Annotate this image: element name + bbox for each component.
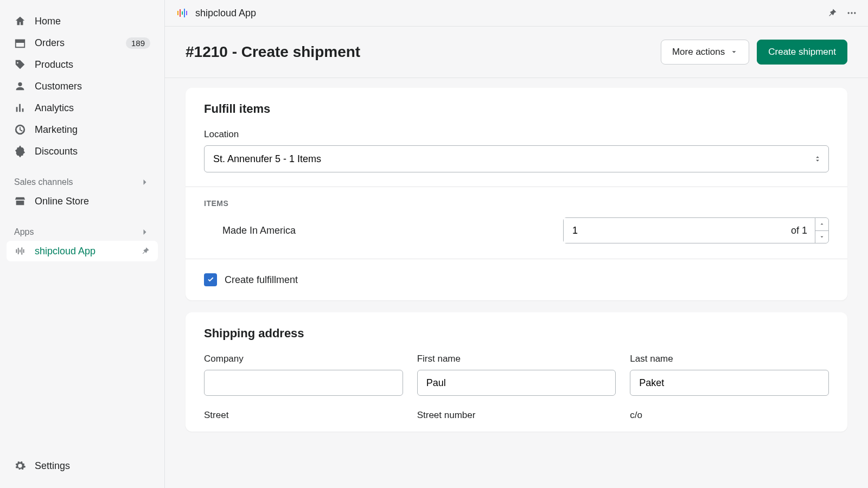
- pin-icon[interactable]: [141, 246, 150, 256]
- analytics-icon: [14, 102, 26, 114]
- nav-analytics[interactable]: Analytics: [7, 98, 158, 118]
- customers-icon: [14, 80, 26, 92]
- nav-label: Home: [35, 16, 150, 27]
- apps-title: Apps: [14, 227, 34, 237]
- nav-products[interactable]: Products: [7, 54, 158, 75]
- shipping-address-card: Shipping address Company First name Last…: [186, 312, 847, 432]
- street-number-label: Street number: [417, 410, 616, 421]
- caret-down-icon: [730, 48, 738, 56]
- check-icon: [206, 275, 215, 284]
- apps-header[interactable]: Apps: [0, 221, 164, 241]
- create-shipment-label: Create shipment: [768, 47, 836, 57]
- item-name: Made In America: [204, 225, 552, 236]
- quantity-box: of 1: [563, 217, 829, 243]
- nav-discounts[interactable]: Discounts: [7, 141, 158, 162]
- street-label: Street: [204, 410, 403, 421]
- shipping-address-title: Shipping address: [204, 326, 829, 341]
- settings-label: Settings: [35, 460, 150, 472]
- nav-customers[interactable]: Customers: [7, 76, 158, 97]
- nav-label: Customers: [35, 81, 150, 92]
- marketing-icon: [14, 124, 26, 136]
- shipcloud-icon: [176, 7, 189, 20]
- main: shipcloud App #1210 - Create shipment Mo…: [164, 0, 868, 488]
- location-label: Location: [204, 129, 829, 140]
- nav-orders[interactable]: Orders 189: [7, 33, 158, 53]
- svg-point-10: [848, 12, 850, 14]
- page-header: #1210 - Create shipment More actions Cre…: [165, 27, 868, 78]
- orders-badge: 189: [126, 37, 150, 49]
- last-name-input[interactable]: [630, 370, 829, 396]
- topbar-title: shipcloud App: [195, 8, 820, 19]
- fulfill-items-card: Fulfill items Location St. Annenufer 5 -…: [186, 88, 847, 300]
- shipcloud-icon: [14, 245, 26, 257]
- nav-label: Orders: [35, 37, 117, 49]
- nav-marketing[interactable]: Marketing: [7, 119, 158, 140]
- more-actions-button[interactable]: More actions: [661, 40, 749, 65]
- store-icon: [14, 195, 26, 207]
- more-actions-label: More actions: [672, 47, 725, 57]
- nav-label: Online Store: [35, 196, 150, 207]
- nav-online-store[interactable]: Online Store: [7, 191, 158, 211]
- nav-shipcloud-app[interactable]: shipcloud App: [7, 241, 158, 261]
- co-label: c/o: [630, 410, 829, 421]
- nav-label: Marketing: [35, 124, 150, 136]
- create-fulfillment-checkbox[interactable]: [204, 273, 217, 286]
- step-up-button[interactable]: [815, 218, 828, 231]
- products-icon: [14, 59, 26, 70]
- fulfill-items-title: Fulfill items: [204, 102, 829, 116]
- svg-point-12: [854, 12, 856, 14]
- company-label: Company: [204, 354, 403, 364]
- location-select[interactable]: St. Annenufer 5 - 1 Items: [204, 145, 829, 172]
- sidebar: Home Orders 189 Products Customers Analy…: [0, 0, 164, 488]
- create-shipment-button[interactable]: Create shipment: [757, 40, 847, 65]
- svg-point-11: [851, 12, 852, 14]
- more-icon[interactable]: [846, 8, 857, 18]
- nav-settings[interactable]: Settings: [7, 454, 158, 477]
- home-icon: [14, 15, 26, 27]
- gear-icon: [14, 460, 26, 472]
- step-down-button[interactable]: [815, 231, 828, 243]
- nav-label: Discounts: [35, 146, 150, 157]
- last-name-label: Last name: [630, 354, 829, 364]
- quantity-suffix: of 1: [783, 225, 815, 236]
- discounts-icon: [14, 145, 26, 157]
- items-subheader: ITEMS: [186, 187, 847, 217]
- quantity-stepper: [815, 218, 828, 243]
- orders-icon: [14, 37, 26, 49]
- nav-home[interactable]: Home: [7, 11, 158, 31]
- topbar: shipcloud App: [165, 0, 868, 27]
- nav-label: shipcloud App: [35, 246, 132, 257]
- nav-label: Analytics: [35, 102, 150, 114]
- chevron-right-icon: [139, 177, 150, 188]
- chevron-right-icon: [139, 227, 150, 237]
- sales-channels-header[interactable]: Sales channels: [0, 171, 164, 191]
- caret-down-icon: [819, 234, 825, 240]
- quantity-input[interactable]: [564, 218, 783, 243]
- company-input[interactable]: [204, 370, 403, 396]
- create-fulfillment-label: Create fulfillment: [225, 274, 298, 286]
- sales-channels-title: Sales channels: [14, 177, 73, 187]
- caret-up-icon: [819, 221, 825, 227]
- nav-label: Products: [35, 59, 150, 70]
- create-fulfillment-row: Create fulfillment: [186, 259, 847, 300]
- first-name-input[interactable]: [417, 370, 616, 396]
- item-row: Made In America of 1: [186, 217, 847, 259]
- pin-icon[interactable]: [827, 8, 838, 18]
- first-name-label: First name: [417, 354, 616, 364]
- page-title: #1210 - Create shipment: [186, 43, 360, 61]
